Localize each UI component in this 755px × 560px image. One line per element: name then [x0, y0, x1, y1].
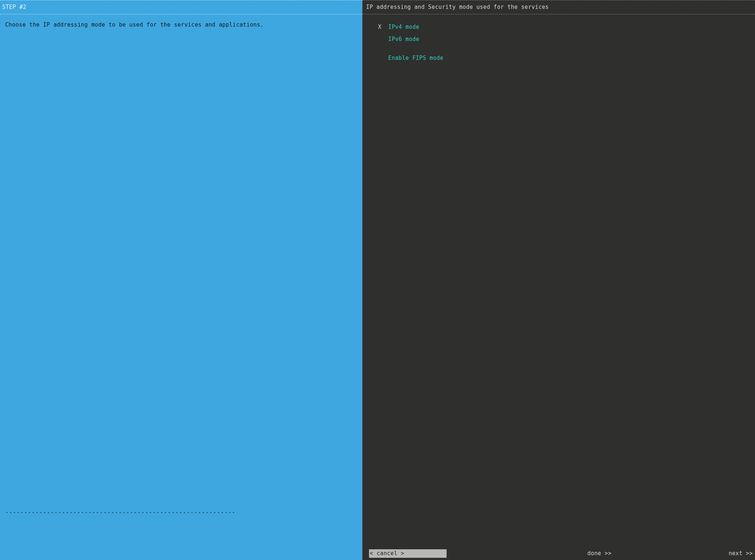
option-ipv4-mode[interactable]: X IPv4 mode	[362, 21, 755, 33]
left-header: STEP #2	[0, 0, 362, 14]
step-title: STEP #2	[2, 4, 26, 10]
done-button[interactable]: done >>	[587, 550, 611, 557]
right-header-title: IP addressing and Security mode used for…	[362, 0, 755, 14]
option-spacer	[362, 45, 755, 52]
option-label: IPv4 mode	[384, 23, 419, 31]
next-button[interactable]: next >>	[729, 550, 753, 557]
footer-bar: < cancel > done >> next >>	[369, 549, 753, 558]
left-body: Choose the IP addressing mode to be used…	[0, 14, 362, 560]
option-label: IPv6 mode	[384, 35, 419, 43]
right-body: X IPv4 mode IPv6 mode Enable FIPS mode	[362, 14, 755, 560]
installer-screen: STEP #2 Choose the IP addressing mode to…	[0, 0, 755, 560]
option-ipv6-mode[interactable]: IPv6 mode	[362, 33, 755, 45]
right-pane: IP addressing and Security mode used for…	[362, 0, 755, 560]
option-enable-fips-mode[interactable]: Enable FIPS mode	[362, 52, 755, 64]
option-label: Enable FIPS mode	[384, 54, 443, 62]
left-divider: ----------------------------------------…	[5, 509, 357, 516]
left-pane: STEP #2 Choose the IP addressing mode to…	[0, 0, 362, 560]
option-mark: X	[376, 23, 384, 31]
step-description: Choose the IP addressing mode to be used…	[5, 21, 357, 29]
cancel-button[interactable]: < cancel >	[369, 549, 447, 558]
